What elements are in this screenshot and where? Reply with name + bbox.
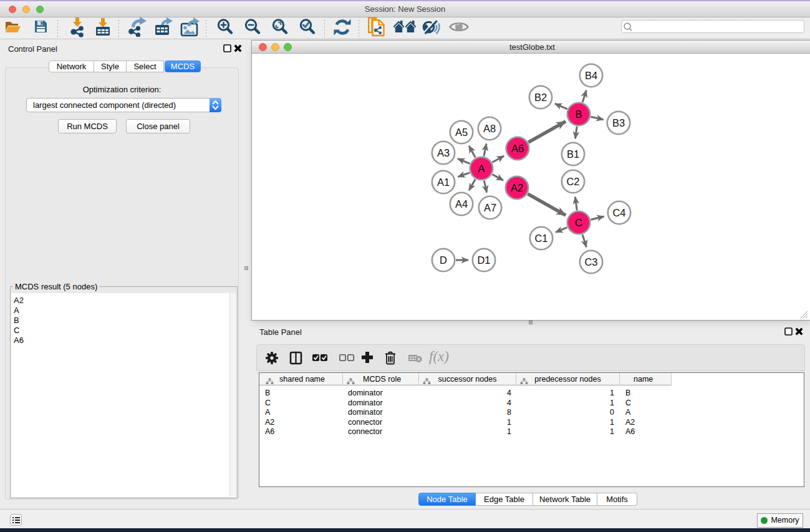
- svg-text:B: B: [575, 109, 582, 120]
- svg-text:D: D: [440, 254, 447, 266]
- svg-text:C3: C3: [584, 256, 597, 268]
- svg-text:A7: A7: [484, 202, 496, 213]
- svg-text:A8: A8: [483, 123, 496, 134]
- svg-text:A: A: [478, 163, 485, 174]
- svg-text:B4: B4: [585, 70, 597, 81]
- svg-text:C4: C4: [612, 207, 625, 218]
- svg-text:A4: A4: [455, 198, 468, 210]
- svg-text:C2: C2: [566, 176, 579, 187]
- svg-text:C: C: [575, 217, 582, 228]
- svg-text:C1: C1: [534, 233, 547, 244]
- svg-text:D1: D1: [477, 254, 490, 266]
- svg-text:A6: A6: [511, 143, 524, 154]
- svg-text:A3: A3: [437, 147, 450, 158]
- svg-text:B2: B2: [534, 92, 547, 103]
- svg-text:A2: A2: [511, 182, 523, 193]
- svg-text:A5: A5: [455, 127, 468, 138]
- svg-text:A1: A1: [437, 177, 450, 188]
- svg-text:B1: B1: [567, 148, 579, 160]
- svg-text:B3: B3: [612, 117, 625, 128]
